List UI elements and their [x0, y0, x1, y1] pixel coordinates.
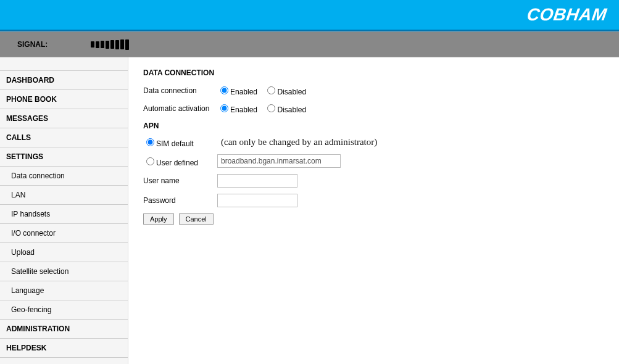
label-auto-activation: Automatic activation [143, 104, 217, 113]
apn-hint: (can only be changed by an administrator… [221, 137, 377, 147]
sidebar-sub-io-connector[interactable]: I/O connector [0, 224, 128, 243]
signal-strength-icon [91, 39, 129, 50]
row-apn-user-defined: User defined [143, 154, 604, 168]
cancel-button[interactable]: Cancel [179, 213, 214, 225]
sidebar-item-calls[interactable]: CALLS [0, 128, 128, 147]
sidebar-item-settings[interactable]: SETTINGS [0, 147, 128, 167]
radio-apn-sim-default[interactable]: SIM default [143, 139, 194, 148]
sidebar-sub-lan[interactable]: LAN [0, 186, 128, 205]
sidebar-item-dashboard[interactable]: DASHBOARD [0, 71, 128, 90]
top-banner: COBHAM [0, 0, 619, 30]
label-password: Password [143, 196, 217, 205]
sidebar-sub-geo-fencing[interactable]: Geo-fencing [0, 300, 128, 320]
row-auto-activation: Automatic activation Enabled Disabled [143, 102, 604, 114]
sidebar-sub-data-connection[interactable]: Data connection [0, 167, 128, 186]
label-data-connection: Data connection [143, 86, 217, 95]
label-apn-user-defined: User defined [143, 155, 217, 167]
sidebar-item-administration[interactable]: ADMINISTRATION [0, 320, 128, 339]
sidebar-sub-ip-handsets[interactable]: IP handsets [0, 205, 128, 224]
input-password[interactable] [217, 194, 297, 207]
sidebar-item-messages[interactable]: MESSAGES [0, 109, 128, 128]
sidebar-item-site-map[interactable]: SITE MAP [0, 358, 128, 364]
input-username[interactable] [217, 174, 297, 188]
apply-button[interactable]: Apply [143, 213, 174, 225]
radio-group-data-connection: Enabled Disabled [217, 85, 311, 96]
row-apn-sim-default: SIM default (can only be changed by an a… [143, 136, 604, 148]
radio-auto-activation-disabled[interactable]: Disabled [264, 105, 306, 114]
signal-label: SIGNAL: [17, 40, 48, 49]
radio-data-connection-disabled[interactable]: Disabled [264, 88, 306, 96]
sidebar-item-helpdesk[interactable]: HELPDESK [0, 339, 128, 358]
page-title: DATA CONNECTION [143, 68, 604, 77]
content: DATA CONNECTION Data connection Enabled … [128, 57, 619, 364]
row-password: Password [143, 194, 604, 207]
sidebar-item-phone-book[interactable]: PHONE BOOK [0, 90, 128, 109]
row-data-connection: Data connection Enabled Disabled [143, 85, 604, 96]
radio-apn-user-defined[interactable]: User defined [143, 159, 198, 167]
label-apn-sim-default: SIM default [143, 136, 217, 148]
brand-logo: COBHAM [526, 5, 608, 25]
sidebar-sub-upload[interactable]: Upload [0, 243, 128, 262]
label-username: User name [143, 176, 217, 185]
apn-title: APN [143, 122, 604, 130]
radio-group-auto-activation: Enabled Disabled [217, 102, 311, 114]
radio-auto-activation-enabled[interactable]: Enabled [217, 105, 257, 114]
sidebar-sub-language[interactable]: Language [0, 281, 128, 300]
row-username: User name [143, 174, 604, 188]
signal-bar: SIGNAL: [0, 31, 619, 57]
sidebar-sub-satellite-selection[interactable]: Satellite selection [0, 262, 128, 281]
input-apn-user-defined[interactable] [217, 154, 341, 168]
row-buttons: Apply Cancel [143, 213, 604, 225]
radio-data-connection-enabled[interactable]: Enabled [217, 88, 257, 96]
sidebar: DASHBOARD PHONE BOOK MESSAGES CALLS SETT… [0, 57, 128, 364]
sidebar-spacer [0, 62, 128, 71]
